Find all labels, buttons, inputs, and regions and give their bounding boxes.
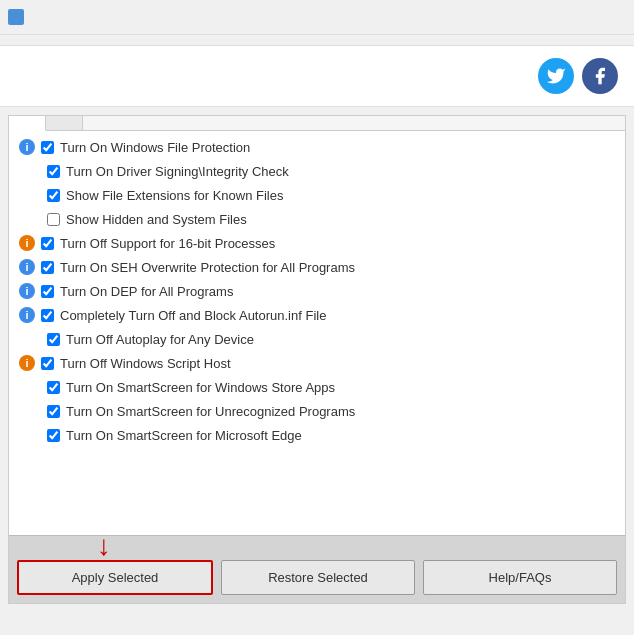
list-item: iTurn On Windows File Protection xyxy=(9,135,625,159)
info-icon: i xyxy=(19,283,35,299)
item-label: Turn On SmartScreen for Microsoft Edge xyxy=(66,428,302,443)
item-label: Turn Off Windows Script Host xyxy=(60,356,231,371)
item-checkbox[interactable] xyxy=(47,213,60,226)
facebook-button[interactable] xyxy=(582,58,618,94)
item-checkbox[interactable] xyxy=(41,357,54,370)
item-label: Turn On SEH Overwrite Protection for All… xyxy=(60,260,355,275)
list-item: Show Hidden and System Files xyxy=(31,207,625,231)
item-checkbox[interactable] xyxy=(47,405,60,418)
tab-system-tools[interactable] xyxy=(46,116,83,130)
info-icon: i xyxy=(19,355,35,371)
item-checkbox[interactable] xyxy=(41,237,54,250)
maximize-button[interactable] xyxy=(578,6,600,28)
list-item: iTurn Off Support for 16-bit Processes xyxy=(9,231,625,255)
menu-bar xyxy=(0,35,634,46)
app-header xyxy=(0,46,634,107)
title-bar xyxy=(0,0,634,35)
item-checkbox[interactable] xyxy=(41,285,54,298)
item-label: Turn On SmartScreen for Unrecognized Pro… xyxy=(66,404,355,419)
item-label: Turn On DEP for All Programs xyxy=(60,284,233,299)
item-checkbox[interactable] xyxy=(41,309,54,322)
item-checkbox[interactable] xyxy=(47,381,60,394)
item-label: Turn Off Support for 16-bit Processes xyxy=(60,236,275,251)
social-icons xyxy=(538,58,618,94)
list-item: Show File Extensions for Known Files xyxy=(31,183,625,207)
menu-file[interactable] xyxy=(4,37,20,43)
tabs xyxy=(9,116,625,131)
help-button[interactable]: Help/FAQs xyxy=(423,560,617,595)
item-label: Show File Extensions for Known Files xyxy=(66,188,283,203)
item-label: Completely Turn Off and Block Autorun.in… xyxy=(60,308,326,323)
list-item: Turn On SmartScreen for Microsoft Edge xyxy=(31,423,625,447)
tab-harden-windows[interactable] xyxy=(9,116,46,131)
bottom-buttons: Apply Selected Restore Selected Help/FAQ… xyxy=(9,560,625,603)
apply-button[interactable]: Apply Selected xyxy=(17,560,213,595)
info-icon: i xyxy=(19,259,35,275)
arrow-area: ↓ xyxy=(9,536,625,556)
item-label: Show Hidden and System Files xyxy=(66,212,247,227)
main-panel: iTurn On Windows File ProtectionTurn On … xyxy=(8,115,626,604)
item-checkbox[interactable] xyxy=(47,429,60,442)
minimize-button[interactable] xyxy=(552,6,574,28)
item-checkbox[interactable] xyxy=(41,141,54,154)
item-checkbox[interactable] xyxy=(47,189,60,202)
list-item: Turn On Driver Signing\Integrity Check xyxy=(31,159,625,183)
app-icon xyxy=(8,9,24,25)
list-item: Turn On SmartScreen for Windows Store Ap… xyxy=(31,375,625,399)
item-checkbox[interactable] xyxy=(47,333,60,346)
close-button[interactable] xyxy=(604,6,626,28)
svg-point-0 xyxy=(11,12,21,22)
item-label: Turn Off Autoplay for Any Device xyxy=(66,332,254,347)
list-item: Turn Off Autoplay for Any Device xyxy=(31,327,625,351)
list-item: iTurn On SEH Overwrite Protection for Al… xyxy=(9,255,625,279)
restore-button[interactable]: Restore Selected xyxy=(221,560,415,595)
menu-help[interactable] xyxy=(36,37,52,43)
item-label: Turn On Driver Signing\Integrity Check xyxy=(66,164,289,179)
list-item: Turn On SmartScreen for Unrecognized Pro… xyxy=(31,399,625,423)
list-item: iTurn On DEP for All Programs xyxy=(9,279,625,303)
list-item: iCompletely Turn Off and Block Autorun.i… xyxy=(9,303,625,327)
twitter-button[interactable] xyxy=(538,58,574,94)
header-text xyxy=(16,75,538,77)
red-arrow-icon: ↓ xyxy=(97,532,111,560)
list-item: iTurn Off Windows Script Host xyxy=(9,351,625,375)
item-checkbox[interactable] xyxy=(47,165,60,178)
info-icon: i xyxy=(19,139,35,155)
info-icon: i xyxy=(19,307,35,323)
info-icon: i xyxy=(19,235,35,251)
item-checkbox[interactable] xyxy=(41,261,54,274)
item-label: Turn On Windows File Protection xyxy=(60,140,250,155)
settings-list[interactable]: iTurn On Windows File ProtectionTurn On … xyxy=(9,131,625,535)
menu-tweaks[interactable] xyxy=(20,37,36,43)
item-label: Turn On SmartScreen for Windows Store Ap… xyxy=(66,380,335,395)
window-controls xyxy=(552,6,626,28)
